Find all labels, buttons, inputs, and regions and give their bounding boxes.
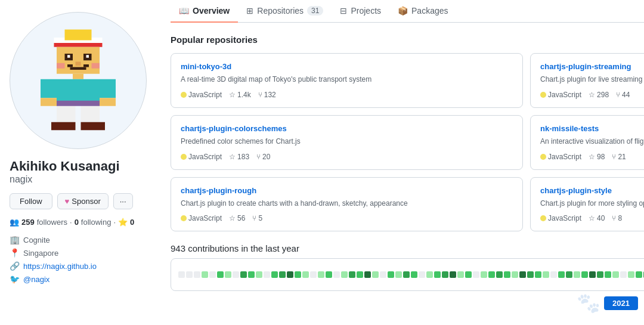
- svg-rect-9: [86, 55, 89, 58]
- heart-icon: ♥: [65, 197, 70, 206]
- svg-rect-1: [65, 30, 92, 41]
- follow-button[interactable]: Follow: [10, 193, 52, 209]
- contributions-graph: [171, 258, 644, 291]
- repo-card: chartjs-plugin-streaming Chart.js plugin…: [530, 53, 644, 108]
- repo-name[interactable]: mini-tokyo-3d: [181, 62, 513, 71]
- sidebar: Akihiko Kusanagi nagix Follow ♥ Sponsor …: [0, 0, 161, 325]
- repo-meta: JavaScript ☆ 56 ⑂ 5: [181, 214, 513, 222]
- contrib-cell: [248, 271, 255, 278]
- location-icon: 📍: [10, 248, 20, 258]
- repo-forks: ⑂ 5: [252, 214, 262, 222]
- page-wrapper: Akihiko Kusanagi nagix Follow ♥ Sponsor …: [0, 0, 644, 325]
- repo-stars: ☆ 298: [589, 91, 609, 99]
- qz-badge: 🐾 2021: [577, 292, 638, 314]
- fork-icon: ⑂: [612, 153, 616, 161]
- repo-meta: JavaScript ☆ 183 ⑂ 20: [181, 153, 513, 161]
- repo-desc: An interactive visualization of flight t…: [540, 137, 644, 147]
- twitter-link[interactable]: @nagix: [23, 275, 49, 284]
- popular-repos-title: Popular repositories: [171, 35, 644, 45]
- building-icon: 🏢: [10, 235, 20, 244]
- sponsor-button[interactable]: ♥ Sponsor: [57, 193, 109, 209]
- contrib-cell: [496, 271, 503, 278]
- repo-forks: ⑂ 8: [612, 214, 622, 222]
- star-icon: ☆: [229, 153, 236, 161]
- more-button[interactable]: ···: [113, 193, 133, 209]
- contrib-cell: [233, 271, 239, 278]
- main-content: 📖 Overview ⊞ Repositories 31 ⊟ Projects …: [161, 0, 644, 325]
- tab-projects[interactable]: ⊟ Projects: [332, 0, 389, 23]
- action-buttons: Follow ♥ Sponsor ···: [10, 193, 151, 209]
- tab-overview[interactable]: 📖 Overview: [171, 0, 238, 23]
- avatar: [10, 12, 147, 149]
- repo-name[interactable]: chartjs-plugin-colorschemes: [181, 124, 513, 133]
- fork-icon: ⑂: [256, 153, 261, 161]
- svg-rect-16: [41, 79, 57, 98]
- repo-lang: JavaScript: [540, 91, 581, 99]
- contrib-cell: [178, 271, 185, 278]
- repo-meta: JavaScript ☆ 40 ⑂ 8: [540, 214, 644, 222]
- repo-stars: ☆ 1.4k: [229, 91, 251, 99]
- contrib-cell: [264, 271, 270, 278]
- repo-stars: ☆ 56: [229, 214, 245, 222]
- company-item: 🏢 Cognite: [10, 235, 151, 244]
- repo-card: nk-missile-tests An interactive visualiz…: [530, 115, 644, 170]
- profile-username: nagix: [10, 174, 151, 185]
- contrib-cell: [620, 271, 627, 278]
- following-count: 0: [75, 218, 79, 227]
- fork-icon: ⑂: [258, 91, 262, 99]
- contrib-cell: [341, 271, 348, 278]
- repo-lang: JavaScript: [181, 153, 222, 161]
- repo-lang: JavaScript: [540, 153, 581, 161]
- contrib-cell: [279, 271, 286, 278]
- repo-name[interactable]: nk-missile-tests: [540, 124, 644, 133]
- svg-rect-13: [83, 64, 89, 67]
- contrib-cell: [597, 271, 603, 278]
- contrib-cell: [504, 271, 510, 278]
- website-item[interactable]: 🔗 https://nagix.github.io: [10, 261, 151, 271]
- repo-name[interactable]: chartjs-plugin-streaming: [540, 62, 644, 71]
- contrib-cell: [543, 271, 549, 278]
- repo-desc: A real-time 3D digital map of Tokyo's pu…: [181, 75, 513, 85]
- contrib-cell: [318, 271, 324, 278]
- contrib-cell: [558, 271, 565, 278]
- website-link[interactable]: https://nagix.github.io: [23, 262, 97, 271]
- svg-rect-19: [100, 98, 116, 106]
- star-icon: ☆: [589, 214, 595, 222]
- location-name: Singapore: [23, 249, 58, 258]
- book-icon: 📖: [179, 6, 189, 16]
- svg-rect-18: [100, 79, 116, 98]
- tab-packages[interactable]: 📦 Packages: [389, 0, 456, 23]
- repo-name[interactable]: chartjs-plugin-style: [540, 186, 644, 195]
- lang-dot: [540, 154, 546, 160]
- contrib-cell: [209, 271, 216, 278]
- fork-icon: ⑂: [252, 214, 256, 222]
- repo-name[interactable]: chartjs-plugin-rough: [181, 186, 513, 195]
- star-icon: ☆: [229, 214, 236, 222]
- followers-label: followers: [37, 218, 67, 227]
- avatar-image: [24, 27, 132, 134]
- repo-forks: ⑂ 132: [258, 91, 276, 99]
- qz-icon: 🐾: [577, 292, 600, 314]
- repo-desc: Chart.js plugin for more styling options: [540, 199, 644, 209]
- contrib-cell: [295, 271, 301, 278]
- contrib-cell: [357, 271, 363, 278]
- svg-rect-21: [81, 103, 100, 122]
- repo-forks: ⑂ 21: [612, 153, 626, 161]
- year-badge: 2021: [604, 296, 638, 310]
- svg-rect-20: [57, 103, 76, 122]
- repo-meta: JavaScript ☆ 98 ⑂ 21: [540, 153, 644, 161]
- contrib-cell: [581, 271, 588, 278]
- repo-meta: JavaScript ☆ 298 ⑂ 44: [540, 91, 644, 99]
- contrib-cell: [450, 271, 456, 278]
- contrib-cell: [566, 271, 572, 278]
- repo-desc: Predefined color schemes for Chart.js: [181, 137, 513, 147]
- repo-meta: JavaScript ☆ 1.4k ⑂ 132: [181, 91, 513, 99]
- repo-lang: JavaScript: [181, 214, 222, 222]
- followers-count: 259: [21, 218, 35, 227]
- tab-repositories[interactable]: ⊞ Repositories 31: [238, 0, 332, 23]
- svg-rect-5: [92, 63, 100, 69]
- contrib-cell: [426, 271, 433, 278]
- twitter-item[interactable]: 🐦 @nagix: [10, 274, 151, 284]
- profile-name: Akihiko Kusanagi: [10, 159, 151, 174]
- contrib-cell: [186, 271, 193, 278]
